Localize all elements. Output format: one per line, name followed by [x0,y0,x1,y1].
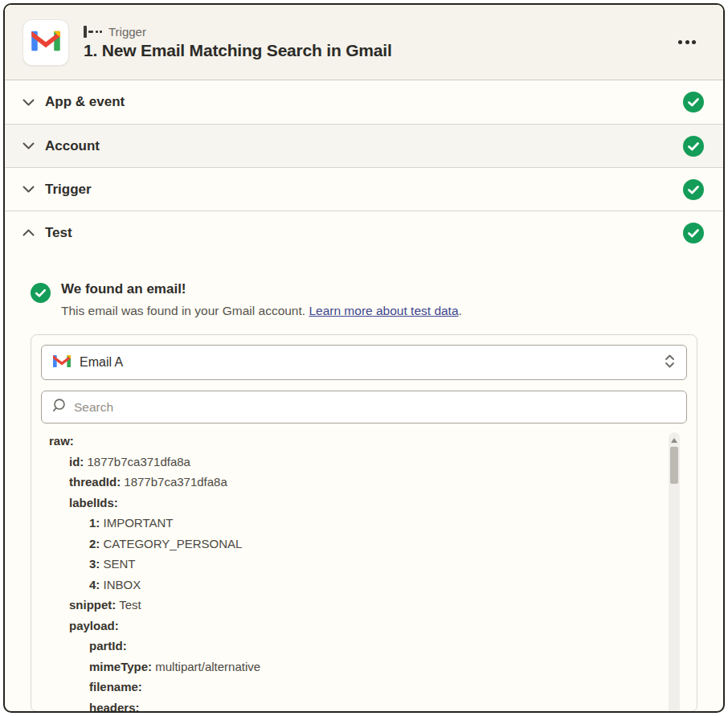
section-label: App & event [45,94,683,110]
data-key: filename: [89,680,142,693]
trigger-icon [84,26,102,38]
data-key: mimeType: [89,660,152,673]
data-row: headers: [41,698,687,714]
chevron-down-icon [22,186,35,193]
data-key: partId: [89,639,127,653]
check-circle-icon [683,179,704,200]
data-key: payload: [69,619,119,632]
data-value: IMPORTANT [100,516,173,530]
section-label: Account [45,138,683,154]
record-select-value: Email A [80,355,665,370]
data-key: threadId: [69,475,121,489]
section-label: Trigger [45,182,683,198]
more-options-button[interactable] [675,34,699,51]
chevron-down-icon [22,99,35,106]
data-key: 2: [89,537,100,550]
test-result: We found an email! This email was found … [31,281,697,318]
check-circle-icon [683,92,704,113]
data-key: 4: [89,578,100,591]
email-data-list: raw: id: 1877b7ca371dfa8a threadId: 1877… [41,431,687,713]
search-input[interactable] [74,400,677,415]
data-value: CATEGORY_PERSONAL [100,537,242,550]
result-heading: We found an email! [61,281,462,297]
record-select[interactable]: Email A [41,345,687,380]
result-description-suffix: . [459,304,462,317]
data-key: raw: [49,434,74,448]
test-data-card: Email A [31,334,697,712]
gmail-icon [53,354,71,372]
search-field [41,391,687,423]
data-row: snippet: Test [41,595,687,616]
data-row: 1: IMPORTANT [41,513,687,534]
scrollbar-thumb[interactable] [670,447,678,484]
data-row: mimeType: multipart/alternative [41,657,687,677]
data-value: 1877b7ca371dfa8a [121,475,227,489]
data-value: multipart/alternative [152,660,260,673]
data-key: labelIds: [69,496,118,509]
data-row: threadId: 1877b7ca371dfa8a [41,472,687,493]
data-value: 1877b7ca371dfa8a [84,455,190,468]
data-key: 1: [89,516,100,530]
updown-chevron-icon [665,354,675,372]
trigger-step-card: Trigger 1. New Email Matching Search in … [3,3,725,713]
result-description-text: This email was found in your Gmail accou… [61,304,309,317]
data-row: id: 1877b7ca371dfa8a [41,452,687,473]
check-circle-icon [683,136,704,157]
accordion-section[interactable]: Account [5,124,723,167]
chevron-down-icon [22,142,35,149]
check-circle-icon [683,223,704,243]
gmail-icon [31,29,60,56]
chevron-up-icon [22,229,35,236]
data-row: partId: [41,636,687,657]
data-key: id: [69,455,84,468]
accordion-section[interactable]: Test [5,211,723,254]
data-row: 3: SENT [41,554,687,575]
scroll-up-icon[interactable] [671,438,677,443]
scrollbar[interactable] [669,432,680,713]
data-row: 4: INBOX [41,575,687,595]
accordion-section[interactable]: Trigger [5,167,723,211]
section-label: Test [45,225,683,241]
result-description: This email was found in your Gmail accou… [61,304,462,318]
data-row: 2: CATEGORY_PERSONAL [41,534,687,554]
data-row: labelIds: [41,493,687,513]
accordion-section[interactable]: App & event [5,80,723,124]
data-row: raw: [41,431,687,452]
header-text: Trigger 1. New Email Matching Search in … [84,25,675,60]
success-check-icon [31,283,51,303]
ellipsis-icon [678,40,682,44]
data-value: INBOX [100,578,141,591]
learn-more-link[interactable]: Learn more about test data [309,304,458,317]
gmail-app-badge [22,19,69,66]
search-icon [51,398,67,416]
step-title: 1. New Email Matching Search in Gmail [84,41,675,60]
data-row: payload: [41,616,687,636]
data-key: snippet: [69,598,116,612]
data-value: SENT [100,557,135,571]
data-key: headers: [89,701,140,714]
accordion: App & event Account Trigger Test [5,80,723,254]
data-value: Test [116,598,141,612]
data-key: 3: [89,557,100,571]
step-header: Trigger 1. New Email Matching Search in … [5,5,723,80]
data-row: filename: [41,677,687,698]
step-type-label: Trigger [108,25,146,39]
test-panel: We found an email! This email was found … [5,254,723,712]
